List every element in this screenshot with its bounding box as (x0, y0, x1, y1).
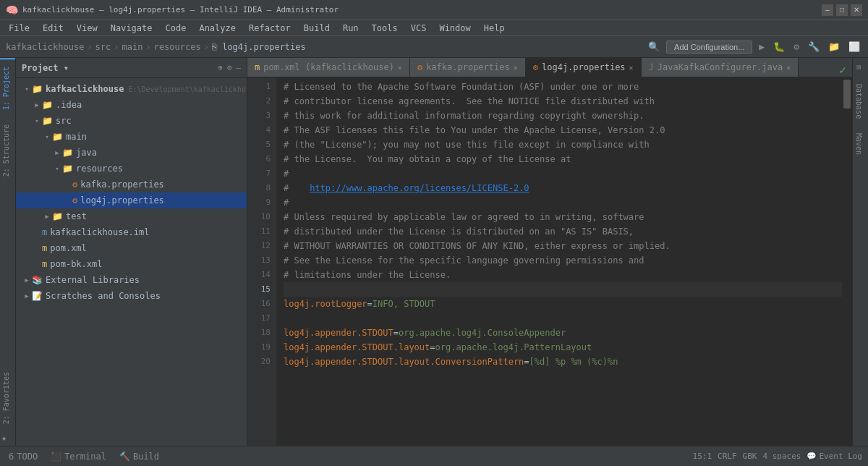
project-tab[interactable]: 1: Project (0, 58, 15, 117)
editor-content[interactable]: 1 2 3 4 5 6 7 8 9 10 11 12 13 14 15 16 1 (247, 78, 852, 446)
breadcrumb: kafkaclickhouse › src › main › resources… (6, 42, 643, 52)
code-line-16: log4j.rootLogger=INFO, STDOUT (284, 297, 842, 311)
tree-test[interactable]: ▶ 📁 test (16, 208, 247, 224)
tab-build[interactable]: 🔨 Build (114, 449, 165, 464)
code-line-13: # See the License for the specific langu… (284, 253, 842, 268)
debug-icon[interactable]: 🐛 (771, 40, 787, 54)
menu-navigate[interactable]: Navigate (105, 22, 158, 35)
tree-scratches-consoles[interactable]: ▶ 📝 Scratches and Consoles (16, 288, 247, 304)
tab-kafka-properties[interactable]: ⚙ kafka.properties ✕ (410, 58, 526, 77)
settings-icon[interactable]: 🔧 (806, 40, 822, 54)
tree-iml[interactable]: ▶ m kafkaclickhouse.iml (16, 224, 247, 240)
tree-kafka-properties[interactable]: ▶ ⚙ kafka.properties (16, 177, 247, 192)
tab-terminal[interactable]: ⬛ Terminal (45, 449, 112, 464)
tree-log4j-properties[interactable]: ▶ ⚙ log4j.properties (16, 192, 247, 208)
code-line-1: # Licensed to the Apache Software Founda… (284, 80, 842, 94)
title-bar: 🧠 kafkaclickhouse – log4j.properties – I… (0, 0, 868, 20)
run-config-icon[interactable]: ⚙ (791, 40, 801, 54)
close-kafka-tab[interactable]: ✕ (514, 64, 518, 72)
tab-java-icon: J (649, 62, 654, 72)
editor-area: m pom.xml (kafkaclickhouse) ✕ ⚙ kafka.pr… (247, 58, 852, 446)
menu-help[interactable]: Help (478, 22, 511, 35)
tab-log4j-icon: ⚙ (533, 62, 538, 72)
indent[interactable]: 4 spaces (762, 452, 801, 461)
right-tab-m[interactable]: m (853, 58, 868, 77)
menu-code[interactable]: Code (160, 22, 192, 35)
charset[interactable]: GBK (743, 452, 757, 461)
tree-src[interactable]: ▾ 📁 src (16, 113, 247, 129)
project-panel: Project ▾ ⊕ ⚙ – ▾ 📁 kafkaclickhouse E:\D… (16, 58, 247, 446)
tab-todo[interactable]: 6 TODO (3, 449, 43, 464)
layout-icon[interactable]: ⬜ (846, 40, 862, 54)
tree-main[interactable]: ▾ 📁 main (16, 129, 247, 145)
right-tab-maven[interactable]: Maven (853, 126, 868, 162)
menu-tools[interactable]: Tools (366, 22, 404, 35)
run-icon[interactable]: ▶ (757, 40, 767, 54)
code-line-11: # distributed under the License is distr… (284, 224, 842, 239)
close-button[interactable]: ✕ (851, 4, 862, 16)
favorites-tab[interactable]: 2: Favorites (0, 366, 15, 430)
minimize-button[interactable]: – (822, 4, 833, 16)
tab-pom-xml[interactable]: m pom.xml (kafkaclickhouse) ✕ (247, 58, 410, 77)
code-editor[interactable]: # Licensed to the Apache Software Founda… (276, 78, 842, 446)
right-vertical-tabs: m Database Maven (852, 58, 868, 446)
structure-tab[interactable]: 2: Structure (0, 117, 15, 184)
code-line-8: # http://www.apache.org/licenses/LICENSE… (284, 181, 842, 195)
tree-pom-xml[interactable]: ▶ m pom.xml (16, 240, 247, 256)
code-line-6: # the License. You may obtain a copy of … (284, 152, 842, 166)
todo-label: TODO (17, 452, 38, 462)
menu-vcs[interactable]: VCS (405, 22, 433, 35)
code-line-12: # WITHOUT WARRANTIES OR CONDITIONS OF AN… (284, 239, 842, 253)
terminal-icon: ⬛ (51, 452, 61, 462)
tab-log4j-properties[interactable]: ⚙ log4j.properties ✕ (526, 58, 642, 77)
build-label: Build (133, 452, 159, 462)
tree-external-libraries[interactable]: ▶ 📚 External Libraries (16, 272, 247, 288)
tree-java[interactable]: ▶ 📁 java (16, 145, 247, 161)
breadcrumb-src[interactable]: src (95, 42, 111, 52)
menu-refactor[interactable]: Refactor (243, 22, 297, 35)
tree-resources[interactable]: ▾ 📁 resources (16, 161, 247, 177)
editor-scrollbar[interactable] (842, 78, 852, 446)
search-icon[interactable]: 🔍 (646, 40, 662, 54)
vcs-status: ✓ (839, 63, 852, 77)
menu-analyze[interactable]: Analyze (193, 22, 242, 35)
code-line-3: # this work for additional information r… (284, 109, 842, 123)
project-panel-header: Project ▾ ⊕ ⚙ – (16, 58, 247, 78)
menu-window[interactable]: Window (433, 22, 476, 35)
menu-view[interactable]: View (71, 22, 103, 35)
breadcrumb-main[interactable]: main (122, 42, 143, 52)
build-icon: 🔨 (119, 452, 130, 462)
menu-run[interactable]: Run (337, 22, 365, 35)
cursor-position[interactable]: 15:1 (693, 452, 712, 461)
right-tab-database[interactable]: Database (853, 77, 868, 126)
menu-build[interactable]: Build (298, 22, 336, 35)
close-log4j-tab[interactable]: ✕ (629, 64, 634, 72)
window-title: kafkaclickhouse – log4j.properties – Int… (22, 5, 339, 14)
close-pom-tab[interactable]: ✕ (398, 64, 402, 72)
project-tree: ▾ 📁 kafkaclickhouse E:\Development\kafka… (16, 78, 247, 446)
status-right: 15:1 CRLF GBK 4 spaces 💬 Event Log (693, 452, 865, 461)
tree-idea[interactable]: ▶ 📁 .idea (16, 97, 247, 113)
breadcrumb-project[interactable]: kafkaclickhouse (6, 42, 84, 52)
event-log[interactable]: 💬 Event Log (807, 452, 862, 461)
add-icon[interactable]: ⊕ (218, 63, 223, 72)
favorites-star[interactable]: ★ (0, 430, 15, 446)
options-icon[interactable]: ⚙ (227, 63, 232, 72)
tree-pom-bk-xml[interactable]: ▶ m pom-bk.xml (16, 256, 247, 272)
line-ending[interactable]: CRLF (718, 452, 737, 461)
line-numbers: 1 2 3 4 5 6 7 8 9 10 11 12 13 14 15 16 1 (247, 78, 276, 446)
folder-icon[interactable]: 📁 (826, 40, 842, 54)
collapse-icon[interactable]: – (236, 63, 241, 72)
tree-root[interactable]: ▾ 📁 kafkaclickhouse E:\Development\kafka… (16, 81, 247, 97)
breadcrumb-resources[interactable]: resources (154, 42, 201, 52)
breadcrumb-file[interactable]: ⎘ log4j.properties (212, 42, 306, 52)
code-line-10: # Unless required by applicable law or a… (284, 210, 842, 224)
project-label: Project ▾ (22, 63, 213, 73)
tab-java-configurer[interactable]: J JavaKafkaConfigurer.java ✕ (642, 58, 799, 77)
tab-kafka-icon: ⚙ (417, 62, 422, 72)
menu-edit[interactable]: Edit (37, 22, 69, 35)
maximize-button[interactable]: □ (836, 4, 848, 16)
add-configuration-button[interactable]: Add Configuration... (666, 41, 752, 54)
close-java-tab[interactable]: ✕ (786, 64, 791, 72)
menu-file[interactable]: File (3, 22, 35, 35)
